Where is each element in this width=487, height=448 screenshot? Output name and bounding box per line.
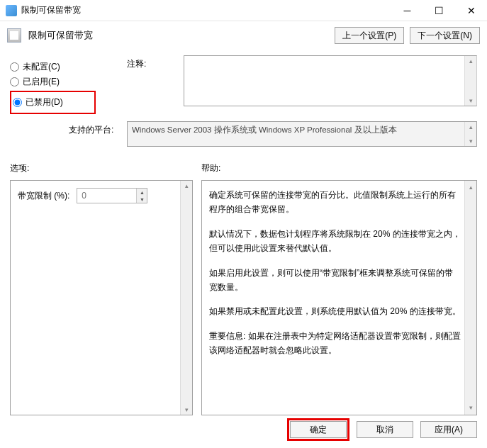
comment-label: 注释: xyxy=(127,55,184,70)
help-label: 帮助: xyxy=(201,162,220,174)
help-p4: 如果禁用或未配置此设置，则系统使用默认值为 20% 的连接带宽。 xyxy=(209,304,461,318)
ok-button[interactable]: 确定 xyxy=(290,421,347,438)
policy-icon xyxy=(7,28,21,43)
radio-not-configured-label: 未配置(C) xyxy=(23,61,60,73)
radio-not-configured-input[interactable] xyxy=(10,62,19,72)
scroll-up-icon[interactable]: ▴ xyxy=(465,181,476,194)
options-label: 选项: xyxy=(10,162,201,174)
window-title: 限制可保留带宽 xyxy=(21,4,391,16)
radio-enabled[interactable]: 已启用(E) xyxy=(10,76,127,88)
scroll-up-icon[interactable]: ▴ xyxy=(181,181,192,191)
page-title: 限制可保留带宽 xyxy=(28,29,335,42)
radio-enabled-label: 已启用(E) xyxy=(23,76,60,88)
help-panel: 确定系统可保留的连接带宽的百分比。此值限制系统上运行的所有程序的组合带宽保留。 … xyxy=(201,180,477,415)
scroll-down-icon[interactable]: ▾ xyxy=(465,401,476,415)
spinner-up-icon[interactable]: ▲ xyxy=(137,189,147,196)
bandwidth-limit-label: 带宽限制 (%): xyxy=(18,190,69,202)
app-icon xyxy=(6,5,17,16)
scroll-up-icon[interactable]: ▴ xyxy=(465,56,476,66)
platform-text: Windows Server 2003 操作系统或 Windows XP Pro… xyxy=(132,125,397,134)
scroll-down-icon[interactable]: ▾ xyxy=(465,96,476,106)
comment-textarea[interactable]: ▴ ▾ xyxy=(184,55,477,106)
options-scrollbar[interactable]: ▴ ▾ xyxy=(180,181,192,415)
platform-scrollbar[interactable]: ▴ ▾ xyxy=(464,122,476,146)
minimize-button[interactable]: ─ xyxy=(391,0,423,21)
spinner-down-icon[interactable]: ▼ xyxy=(137,196,147,203)
platform-label: 支持的平台: xyxy=(69,121,127,136)
comment-scrollbar[interactable]: ▴ ▾ xyxy=(464,56,476,106)
maximize-button[interactable]: ☐ xyxy=(423,0,455,21)
radio-disabled[interactable]: 已禁用(D) xyxy=(13,96,63,108)
close-button[interactable]: ✕ xyxy=(455,0,487,21)
help-scrollbar[interactable]: ▴ ▾ xyxy=(464,181,476,415)
radio-disabled-input[interactable] xyxy=(13,98,22,107)
options-panel: 带宽限制 (%): 0 ▲ ▼ ▴ ▾ xyxy=(10,180,193,415)
bandwidth-limit-value: 0 xyxy=(82,191,86,201)
help-p1: 确定系统可保留的连接带宽的百分比。此值限制系统上运行的所有程序的组合带宽保留。 xyxy=(209,188,461,217)
bandwidth-limit-spinner[interactable]: 0 ▲ ▼ xyxy=(77,188,147,203)
help-p3: 如果启用此设置，则可以使用“带宽限制”框来调整系统可保留的带宽数量。 xyxy=(209,266,461,295)
prev-setting-button[interactable]: 上一个设置(P) xyxy=(335,27,404,44)
scroll-down-icon[interactable]: ▾ xyxy=(465,136,476,146)
scroll-down-icon[interactable]: ▾ xyxy=(181,405,192,415)
help-p2: 默认情况下，数据包计划程序将系统限制在 20% 的连接带宽之内，但可以使用此设置… xyxy=(209,227,461,256)
next-setting-button[interactable]: 下一个设置(N) xyxy=(410,27,480,44)
scroll-up-icon[interactable]: ▴ xyxy=(465,122,476,132)
help-p5: 重要信息: 如果在注册表中为特定网络适配器设置带宽限制，则配置该网络适配器时就会… xyxy=(209,329,461,358)
platform-box: Windows Server 2003 操作系统或 Windows XP Pro… xyxy=(127,121,477,147)
cancel-button[interactable]: 取消 xyxy=(357,421,413,438)
radio-disabled-label: 已禁用(D) xyxy=(26,96,63,108)
radio-enabled-input[interactable] xyxy=(10,77,19,86)
apply-button[interactable]: 应用(A) xyxy=(420,421,477,438)
radio-not-configured[interactable]: 未配置(C) xyxy=(10,61,127,73)
